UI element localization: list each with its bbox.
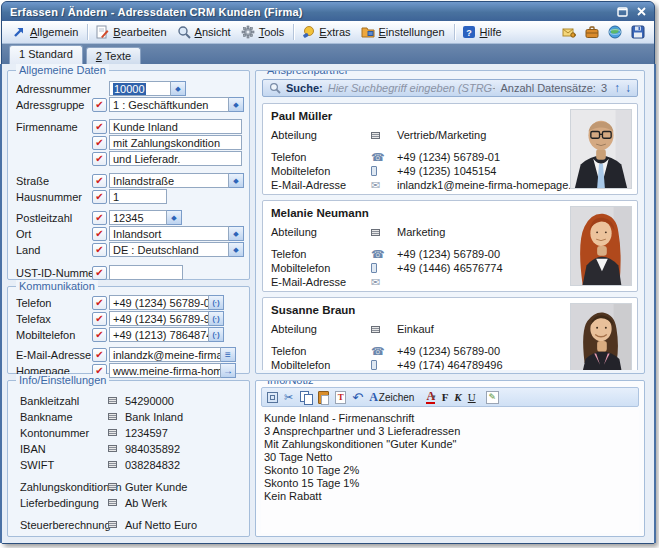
kommunikation-section: Kommunikation Telefon ✔ +49 (1234) 56789… <box>7 286 250 374</box>
edit-check-button[interactable]: ✔ <box>92 312 107 326</box>
telefon-input[interactable]: +49 (1234) 56789-00 <box>109 295 209 310</box>
info-row: Lieferbedingung Ab Werk <box>20 495 245 510</box>
menu-item-extras[interactable]: Extras <box>297 23 356 41</box>
window-title: Erfassen / Ändern - Adressdaten CRM Kund… <box>10 6 611 18</box>
edit-check-button[interactable]: ✔ <box>92 296 107 310</box>
ust-id-input[interactable] <box>109 265 183 280</box>
globe-icon[interactable] <box>608 25 622 39</box>
mail-key-icon[interactable] <box>562 25 576 39</box>
contact-field-label: Telefon <box>271 151 371 163</box>
ort-dropdown-button[interactable]: ◆ <box>229 226 244 241</box>
edit-page-icon <box>95 25 109 39</box>
edit-check-button[interactable]: ✔ <box>92 348 107 362</box>
font-button-label: Zeichen <box>379 392 415 403</box>
adressgruppe-dropdown-button[interactable]: ◆ <box>229 97 244 112</box>
close-button[interactable] <box>634 5 649 19</box>
next-record-button[interactable]: ↓ <box>625 82 631 94</box>
email-send-button[interactable]: ≡ <box>221 347 236 362</box>
edit-check-button[interactable]: ✔ <box>92 227 107 241</box>
underline-button[interactable]: U <box>468 390 476 404</box>
info-label: Steuerberechnung <box>20 519 108 531</box>
edit-check-button[interactable]: ✔ <box>92 190 107 204</box>
field-label: UST-ID-Nummer <box>16 267 92 279</box>
email-input[interactable]: inlandzk@meine-firma-homepage.de <box>109 347 221 362</box>
contact-telefon: +49 (1234) 56789-00 <box>397 345 500 357</box>
adressnummer-spin-button[interactable]: ◆ <box>171 81 186 96</box>
value-prefix-icon <box>108 521 117 528</box>
menu-item-einstellungen[interactable]: Einstellungen <box>357 23 451 41</box>
firmenname-input-1[interactable]: Kunde Inland <box>109 119 242 134</box>
contact-field-label: Mobiltelefon <box>271 165 371 177</box>
phone-icon: ☎ <box>371 151 385 164</box>
edit-check-button[interactable]: ✔ <box>92 152 107 166</box>
contact-card[interactable]: Paul Müller Abteilung Vertrieb/Marketing… <box>262 103 638 195</box>
check-icon: ✔ <box>95 229 103 239</box>
land-dropdown-button[interactable]: ◆ <box>229 242 244 257</box>
bold-button[interactable]: F <box>442 390 449 404</box>
paste-button[interactable] <box>318 391 329 404</box>
font-color-button[interactable]: A▾ <box>426 390 435 404</box>
italic-button[interactable]: K <box>454 390 461 404</box>
menu-item-ansicht[interactable]: Ansicht <box>173 23 237 41</box>
edit-check-button[interactable]: ✔ <box>92 211 107 225</box>
info-value: Auf Netto Euro <box>125 519 197 531</box>
firmenname-input-3[interactable]: und Lieferadr. <box>109 151 242 166</box>
info-value: 984035892 <box>125 443 180 455</box>
expand-editor-button[interactable] <box>267 392 278 403</box>
telefax-dial-button[interactable]: (·) <box>209 311 224 326</box>
format-text-button[interactable]: T <box>335 391 346 404</box>
note-line: Skonto 10 Tage 2% <box>264 464 636 477</box>
menu-item-allgemein[interactable]: Allgemein <box>8 23 84 41</box>
edit-check-button[interactable]: ✔ <box>92 136 107 150</box>
contact-card[interactable]: Melanie Neumann Abteilung Marketing Tele… <box>262 200 638 292</box>
diamond-dropdown-icon: ◆ <box>233 101 238 108</box>
homepage-open-button[interactable]: → <box>221 363 236 378</box>
strasse-input[interactable]: Inlandstraße <box>109 173 229 188</box>
font-button[interactable]: A Zeichen <box>369 390 414 404</box>
ort-input[interactable]: Inlandsort <box>109 226 229 241</box>
edit-check-button[interactable]: ✔ <box>92 174 107 188</box>
postleitzahl-input[interactable]: 12345 <box>109 210 167 225</box>
menu-item-hilfe[interactable]: ? Hilfe <box>458 23 508 41</box>
value-prefix-icon <box>108 429 117 436</box>
strasse-dropdown-button[interactable]: ◆ <box>229 173 244 188</box>
field-label: Hausnummer <box>16 191 92 203</box>
value-prefix-icon <box>371 326 397 333</box>
tab-standard[interactable]: 1 Standard <box>9 45 83 64</box>
contact-search-bar[interactable]: Suche: Hier Suchbegriff eingeben (STRG+S… <box>262 79 638 97</box>
edit-check-button[interactable]: ✔ <box>92 243 107 257</box>
copy-button[interactable] <box>299 391 312 404</box>
adressgruppe-input[interactable]: 1 : Geschäftkunden <box>109 97 229 112</box>
field-row: UST-ID-Nummer ✔ <box>16 265 245 280</box>
edit-check-button[interactable]: ✔ <box>92 98 107 112</box>
restore-button[interactable] <box>615 5 630 19</box>
land-input[interactable]: DE : Deutschland <box>109 242 229 257</box>
firmenname-input-2[interactable]: mit Zahlungskondition <box>109 135 242 150</box>
contact-card[interactable]: Susanne Braun Abteilung Einkauf Telefon … <box>262 297 638 370</box>
mobiltelefon-dial-button[interactable]: (·) <box>209 327 224 342</box>
save-icon[interactable] <box>631 25 645 39</box>
field-label: Postleitzahl <box>16 212 92 224</box>
cut-button[interactable]: ✂ <box>284 390 293 404</box>
search-input[interactable]: Hier Suchbegriff eingeben (STRG+S) <box>328 82 496 94</box>
telefax-input[interactable]: +49 (1234) 56789-99 <box>109 311 209 326</box>
mobiltelefon-input[interactable]: +49 (1213) 7864874 <box>109 327 209 342</box>
menu-item-bearbeiten[interactable]: Bearbeiten <box>91 23 172 41</box>
edit-check-button[interactable]: ✔ <box>92 266 107 280</box>
telefon-dial-button[interactable]: (·) <box>209 295 224 310</box>
menu-item-tools[interactable]: Tools <box>237 23 291 41</box>
hausnummer-input[interactable]: 1 <box>109 189 167 204</box>
note-textarea[interactable]: Kunde Inland - Firmenanschrift 3 Ansprec… <box>261 410 639 533</box>
tab-texte[interactable]: 2 Texte <box>86 47 141 64</box>
svg-text:?: ? <box>466 28 472 38</box>
undo-button[interactable]: ↶ <box>352 390 363 404</box>
homepage-input[interactable]: www.meine-firma-homepage.de <box>109 363 221 378</box>
title-bar[interactable]: Erfassen / Ändern - Adressdaten CRM Kund… <box>2 2 654 21</box>
adressnummer-input[interactable]: 10000 <box>109 81 171 96</box>
briefcase-icon[interactable] <box>585 25 599 39</box>
prev-record-button[interactable]: ↑ <box>614 82 620 94</box>
edit-check-button[interactable]: ✔ <box>92 328 107 342</box>
postleitzahl-dropdown-button[interactable]: ◆ <box>167 210 182 225</box>
edit-check-button[interactable]: ✔ <box>92 120 107 134</box>
edit-note-button[interactable]: ✎ <box>486 391 499 404</box>
